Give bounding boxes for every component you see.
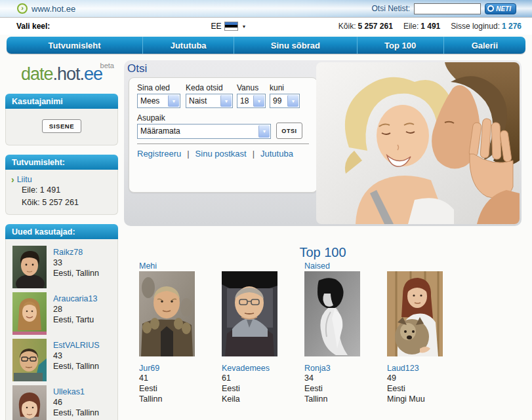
user-name-link[interactable]: Jur69	[139, 364, 220, 373]
nav-item-galerii[interactable]: Galerii	[444, 37, 525, 54]
user-photo-estvalrius[interactable]	[12, 339, 47, 381]
search-submit-button[interactable]: OTSI	[276, 123, 302, 139]
chevron-down-icon: ▼	[258, 125, 270, 138]
user-name-link[interactable]: Laud123	[387, 364, 468, 373]
user-city: Mingi Muu	[387, 394, 468, 404]
language-bar: Vali keel: EE ▼ Kõik:5 257 261 Eile:1 49…	[0, 18, 532, 35]
arrow-icon: ›	[11, 176, 14, 183]
neti-icon	[487, 5, 494, 12]
divider	[137, 143, 309, 144]
chatroom-link[interactable]: Jututuba	[260, 149, 293, 159]
chevron-down-icon: ▼	[287, 95, 298, 107]
nav-item-tutvumisleht[interactable]: Tutvumisleht	[7, 37, 143, 54]
user-name-link[interactable]: Araucaria13	[53, 294, 97, 303]
top100-photo-ronja3[interactable]	[304, 271, 360, 356]
top100-photo-laud123[interactable]	[387, 271, 443, 356]
quick-links: Registreeru | Sinu postkast | Jututuba	[137, 149, 293, 159]
site-stats: Kõik:5 257 261 Eile:1 491 Sisse loginud:…	[338, 22, 522, 31]
net-search-label: Otsi Netist:	[372, 4, 411, 13]
register-link[interactable]: Registreeru	[137, 149, 181, 159]
user-age: 41	[139, 373, 220, 383]
user-photo-raikz78[interactable]	[12, 246, 47, 288]
user-age: 49	[387, 373, 468, 383]
user-age: 46	[53, 398, 62, 407]
user-age: 43	[53, 351, 62, 360]
select-age-from[interactable]: 18 ▼	[237, 94, 266, 108]
list-item: Araucaria13 28 Eesti, Tartu	[12, 292, 112, 335]
logo-hot: hot	[57, 64, 80, 84]
neti-button-label: NETI	[496, 5, 511, 12]
language-code: EE	[211, 22, 221, 31]
select-gender-seek[interactable]: Naist ▼	[186, 94, 233, 108]
user-name-link[interactable]: Ullekas1	[53, 387, 85, 396]
stat-all: Kõik:5 257 261	[338, 22, 393, 31]
user-photo-ullekas1[interactable]	[12, 385, 47, 420]
field-label-age: Vanus	[237, 83, 258, 92]
user-country: Eesti	[304, 383, 386, 394]
field-label-location: Asupaik	[137, 113, 165, 123]
user-age: 34	[304, 373, 386, 383]
chevron-down-icon: ▼	[253, 95, 264, 107]
top100-photo-kevademees[interactable]	[222, 271, 277, 356]
field-label-self: Sina oled	[137, 83, 170, 92]
list-item: Raikz78 33 Eesti, Tallinn	[12, 246, 112, 288]
net-search-input[interactable]	[414, 3, 481, 14]
top100-men-label[interactable]: Mehi	[139, 261, 157, 271]
field-label-age-to: kuni	[270, 83, 284, 92]
estonia-flag-icon	[224, 22, 238, 31]
user-age: 61	[222, 373, 303, 383]
site-link[interactable]: › www.hot.ee	[17, 3, 75, 14]
chevron-down-icon: ▼	[168, 95, 179, 107]
neti-search-button[interactable]: NETI	[485, 3, 516, 14]
main-nav: Tutvumisleht Jututuba Sinu sõbrad Top 10…	[7, 37, 525, 54]
list-item: EstVALRIUS 43 Eesti, Tallinn	[12, 339, 112, 381]
user-age: 28	[53, 305, 62, 314]
user-name-link[interactable]: Kevademees	[222, 364, 303, 373]
new-users-title: Uued kasutajad:	[5, 224, 118, 239]
site-logo: date.hot.ee beta	[5, 64, 118, 85]
login-button[interactable]: SISENE	[42, 119, 81, 133]
search-form: Sina oled Keda otsid Vanus kuni Mees ▼ N…	[129, 77, 317, 193]
new-users-box: Uued kasutajad: Raikz78	[5, 224, 118, 420]
join-link[interactable]: Liitu	[17, 175, 32, 184]
hotee-logo-icon: ›	[17, 3, 28, 14]
select-gender-self[interactable]: Mees ▼	[137, 94, 180, 108]
mailbox-link[interactable]: Sinu postkast	[195, 149, 247, 159]
search-title: Otsi	[127, 62, 147, 75]
stat-logged-in: Sisse loginud:1 276	[451, 22, 522, 31]
nav-item-jututuba[interactable]: Jututuba	[143, 37, 234, 54]
chevron-down-icon: ▼	[220, 95, 232, 107]
top100-title: Top 100	[124, 245, 522, 260]
nav-item-sinu-sobrad[interactable]: Sinu sõbrad	[234, 37, 357, 54]
user-name-link[interactable]: Ronja3	[304, 364, 386, 373]
chevron-down-icon: ▼	[241, 24, 246, 29]
logo-date: date	[21, 64, 53, 84]
nav-item-top100[interactable]: Top 100	[358, 37, 444, 54]
site-url[interactable]: www.hot.ee	[31, 4, 75, 14]
list-item: Ullekas1 46 Eesti, Tallinn	[12, 385, 112, 420]
stat-row-all: Kõik: 5 257 261	[22, 197, 112, 209]
hero-couple-photo	[316, 62, 520, 224]
user-location: Eesti, Tartu	[53, 315, 94, 324]
user-name-link[interactable]: EstVALRIUS	[53, 341, 100, 350]
top100-photo-jur69[interactable]	[139, 271, 195, 356]
user-age: 33	[53, 258, 62, 267]
user-city: Tallinn	[304, 394, 386, 404]
user-photo-araucaria13[interactable]	[12, 292, 47, 335]
dating-stats-box: Tutvumisleht: › Liitu Eile: 1 491 Kõik: …	[5, 155, 118, 215]
language-selector[interactable]: EE ▼	[211, 22, 246, 31]
user-name-link[interactable]: Raikz78	[53, 248, 83, 257]
dating-stats-title: Tutvumisleht:	[5, 155, 118, 170]
select-location[interactable]: Määramata ▼	[137, 124, 271, 139]
login-box-title: Kasutajanimi	[5, 94, 118, 109]
top100-women-label[interactable]: Naised	[304, 261, 330, 271]
search-hero: Otsi Sina oled Keda otsid Vanus kuni Mee…	[124, 60, 522, 226]
language-label: Vali keel:	[16, 22, 50, 31]
beta-badge: beta	[100, 62, 114, 69]
stat-row-yesterday: Eile: 1 491	[22, 184, 112, 197]
user-location: Eesti, Tallinn	[53, 269, 99, 278]
select-age-to[interactable]: 99 ▼	[270, 94, 300, 108]
top100-card: Ronja3 34 Eesti Tallinn	[304, 271, 386, 404]
sidebar: date.hot.ee beta Kasutajanimi SISENE Tut…	[5, 60, 118, 420]
top-bar: › www.hot.ee Otsi Netist: NETI	[0, 0, 532, 18]
